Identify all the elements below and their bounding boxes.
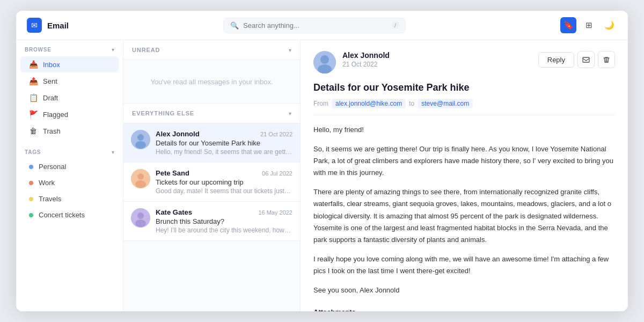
sidebar-item-concert-label: Concert tickets	[39, 211, 85, 219]
personal-dot-icon	[29, 165, 33, 169]
detail-sender-date: 21 Oct 2022	[342, 61, 390, 68]
detail-subject: Details for our Yosemite Park hike	[313, 82, 615, 93]
sidebar-item-travels-label: Travels	[39, 195, 61, 203]
avatar	[131, 208, 150, 228]
avatar	[131, 169, 150, 188]
body-paragraph-3: There are plenty of amazing things to se…	[313, 186, 615, 245]
email-item-top: Kate Gates 16 May 2022	[156, 208, 292, 216]
browse-chevron-icon[interactable]: ▾	[112, 47, 114, 53]
sidebar-item-sent-label: Sent	[43, 77, 57, 85]
trash-icon: 🗑	[29, 127, 38, 135]
sidebar-item-inbox[interactable]: 📥 Inbox	[20, 56, 119, 72]
email-item-top: Alex Jonnold 21 Oct 2022	[156, 130, 292, 138]
from-email-chip[interactable]: alex.jonnold@hike.com	[332, 99, 406, 108]
middle-column: UNREAD ▾ You've read all messages in you…	[123, 40, 301, 311]
everything-else-label: EVERYTHING ELSE	[132, 110, 194, 116]
header-left: ✉ Email	[27, 18, 69, 33]
email-preview: Hello, my friend! So, it seems that we a…	[156, 148, 292, 156]
travels-dot-icon	[29, 197, 33, 201]
unread-chevron-icon[interactable]: ▾	[289, 47, 291, 53]
app-logo: ✉	[27, 18, 42, 33]
header-bar: ✉ Email 🔍 / 🔖 ⊞ 🌙	[16, 11, 628, 40]
email-sender: Kate Gates	[156, 208, 192, 216]
email-item[interactable]: Pete Sand 06 Jul 2022 Tickets for our up…	[123, 163, 300, 202]
inbox-icon: 📥	[29, 60, 38, 69]
everything-else-chevron-icon[interactable]: ▾	[289, 111, 291, 116]
email-item-body: Pete Sand 06 Jul 2022 Tickets for our up…	[156, 169, 292, 195]
everything-else-header: EVERYTHING ELSE ▾	[123, 103, 300, 123]
search-shortcut: /	[392, 21, 399, 29]
detail-from-to: From alex.jonnold@hike.com to steve@mail…	[313, 99, 615, 115]
unread-section-header: UNREAD ▾	[123, 40, 300, 60]
sidebar-item-inbox-label: Inbox	[43, 61, 60, 69]
email-date: 06 Jul 2022	[262, 170, 292, 177]
sidebar-item-concert[interactable]: Concert tickets	[20, 207, 119, 223]
svg-point-7	[137, 213, 144, 219]
to-email-chip[interactable]: steve@mail.com	[418, 99, 473, 108]
email-item-top: Pete Sand 06 Jul 2022	[156, 169, 292, 177]
detail-sender-meta: Alex Jonnold 21 Oct 2022	[342, 51, 390, 68]
svg-rect-12	[583, 57, 589, 62]
sidebar-item-sent[interactable]: 📤 Sent	[20, 73, 119, 89]
email-subject: Brunch this Saturday?	[156, 217, 292, 225]
content-area: BROWSE ▾ 📥 Inbox 📤 Sent 📋 Draft	[16, 40, 628, 311]
email-item[interactable]: Kate Gates 16 May 2022 Brunch this Satur…	[123, 202, 300, 241]
unread-empty-message: You've read all messages in your inbox.	[150, 78, 273, 86]
attachments-label: Attachments	[313, 308, 615, 311]
sidebar: BROWSE ▾ 📥 Inbox 📤 Sent 📋 Draft	[16, 40, 123, 311]
delete-button[interactable]	[598, 51, 615, 68]
sidebar-item-trash-label: Trash	[43, 127, 61, 135]
email-date: 16 May 2022	[258, 209, 292, 216]
sidebar-item-flagged-label: Flagged	[43, 111, 68, 119]
concert-dot-icon	[29, 213, 33, 217]
email-preview: Good day, mate! It seems that our ticket…	[156, 187, 292, 195]
search-input[interactable]	[243, 21, 387, 30]
browse-section-header: BROWSE ▾	[16, 47, 123, 56]
sidebar-item-draft[interactable]: 📋 Draft	[20, 90, 119, 106]
detail-body: Hello, my friend! So, it seems we are ge…	[313, 124, 615, 304]
sidebar-item-work[interactable]: Work	[20, 175, 119, 191]
tags-chevron-icon[interactable]: ▾	[112, 149, 114, 155]
app-title: Email	[47, 21, 69, 30]
email-sender: Alex Jonnold	[156, 130, 200, 138]
work-dot-icon	[29, 181, 33, 185]
body-paragraph-1: Hello, my friend!	[313, 124, 615, 136]
bookmark-button[interactable]: 🔖	[560, 17, 576, 33]
dark-mode-button[interactable]: 🌙	[601, 17, 617, 33]
svg-point-8	[135, 219, 146, 227]
sidebar-item-travels[interactable]: Travels	[20, 191, 119, 207]
sent-icon: 📤	[29, 77, 38, 85]
detail-avatar	[313, 51, 336, 74]
browse-section: BROWSE ▾ 📥 Inbox 📤 Sent 📋 Draft	[16, 40, 123, 143]
body-paragraph-2: So, it seems we are getting there! Our t…	[313, 143, 615, 179]
emails-list: Alex Jonnold 21 Oct 2022 Details for our…	[123, 123, 300, 311]
from-label: From	[313, 100, 328, 107]
sidebar-item-personal[interactable]: Personal	[20, 159, 119, 174]
search-bar[interactable]: 🔍 /	[223, 18, 406, 33]
sidebar-item-draft-label: Draft	[43, 94, 58, 102]
email-detail-panel: Alex Jonnold 21 Oct 2022 Reply	[301, 40, 628, 311]
forward-button[interactable]	[577, 51, 595, 68]
grid-view-button[interactable]: ⊞	[581, 17, 597, 33]
header-right: 🔖 ⊞ 🌙	[560, 17, 617, 33]
to-label: to	[409, 100, 414, 107]
svg-point-10	[320, 55, 329, 64]
svg-point-5	[135, 180, 146, 188]
email-item[interactable]: Alex Jonnold 21 Oct 2022 Details for our…	[123, 123, 300, 163]
reply-button[interactable]: Reply	[538, 52, 574, 68]
draft-icon: 📋	[29, 93, 38, 102]
detail-actions: Reply	[538, 51, 615, 68]
avatar	[131, 130, 150, 149]
svg-point-1	[137, 134, 144, 141]
unread-empty-state: You've read all messages in your inbox.	[123, 60, 300, 103]
body-paragraph-5: See you soon, Alex Jonnold	[313, 284, 615, 296]
email-subject: Details for our Yosemite Park hike	[156, 139, 292, 147]
unread-label: UNREAD	[132, 47, 160, 53]
email-date: 21 Oct 2022	[260, 131, 292, 137]
detail-header: Alex Jonnold 21 Oct 2022 Reply	[313, 51, 615, 74]
tags-section-header: TAGS ▾	[16, 149, 123, 158]
sidebar-item-trash[interactable]: 🗑 Trash	[20, 123, 119, 139]
sidebar-item-personal-label: Personal	[39, 163, 66, 171]
sidebar-item-flagged[interactable]: 🚩 Flagged	[20, 106, 119, 122]
email-item-body: Alex Jonnold 21 Oct 2022 Details for our…	[156, 130, 292, 156]
